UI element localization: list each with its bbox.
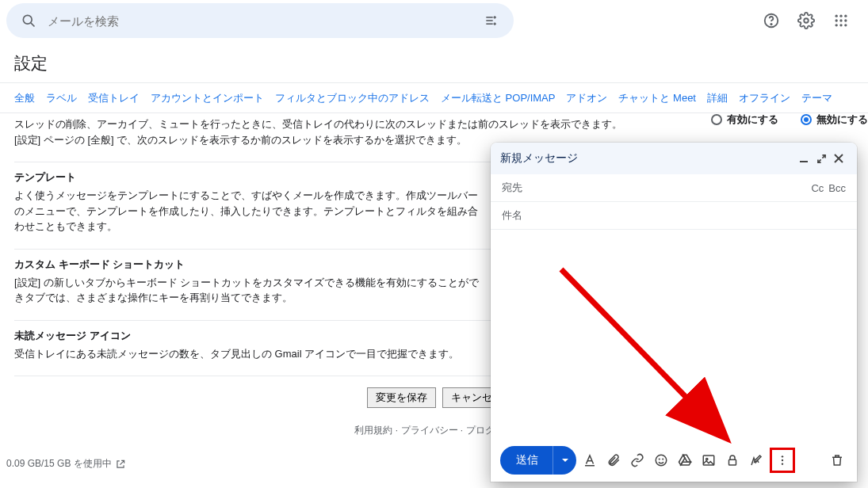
svg-point-11 <box>804 18 809 23</box>
attach-icon[interactable] <box>603 446 624 475</box>
subject-label: 件名 <box>502 208 522 223</box>
more-options-highlighted[interactable] <box>770 448 795 473</box>
send-options-button[interactable] <box>553 446 576 475</box>
svg-point-28 <box>663 459 663 459</box>
svg-point-27 <box>659 459 660 459</box>
compose-toolbar: 送信 <box>491 439 857 482</box>
footer-terms[interactable]: 利用規約 <box>354 425 392 436</box>
search-icon[interactable] <box>13 5 44 36</box>
emoji-icon[interactable] <box>651 446 671 475</box>
fullscreen-icon[interactable] <box>813 150 830 167</box>
bcc-link[interactable]: Bcc <box>828 182 846 194</box>
footer-privacy[interactable]: プライバシー <box>401 425 458 436</box>
search-input[interactable] <box>44 14 476 28</box>
compose-to-field[interactable]: 宛先 Cc Bcc <box>491 174 857 202</box>
compose-header[interactable]: 新規メッセージ <box>491 143 857 174</box>
compose-body[interactable] <box>491 230 857 439</box>
svg-rect-31 <box>729 459 736 465</box>
tab-addons[interactable]: アドオン <box>566 91 607 105</box>
minimize-icon[interactable] <box>795 150 813 167</box>
discard-icon[interactable] <box>827 446 847 475</box>
svg-point-34 <box>782 463 783 464</box>
apps-grid-icon[interactable] <box>825 5 857 36</box>
formatting-icon[interactable] <box>579 446 600 475</box>
shortcuts-desc: [設定] の新しいタブからキーボード ショートカットをカスタマイズできる機能を有… <box>14 275 482 306</box>
help-icon[interactable] <box>755 5 787 36</box>
svg-point-19 <box>839 24 842 26</box>
svg-point-32 <box>782 456 783 457</box>
svg-point-17 <box>844 19 847 21</box>
tab-themes[interactable]: テーマ <box>801 91 832 105</box>
page-title: 設定 <box>0 41 868 82</box>
tab-advanced[interactable]: 詳細 <box>707 91 728 105</box>
templates-desc: よく使うメッセージをテンプレートにすることで、すばやくメールを作成できます。作成… <box>14 188 482 234</box>
svg-point-14 <box>844 15 847 17</box>
svg-point-0 <box>23 15 32 24</box>
drive-icon[interactable] <box>675 446 695 475</box>
svg-point-30 <box>706 458 708 459</box>
gear-icon[interactable] <box>790 5 822 36</box>
tab-offline[interactable]: オフライン <box>739 91 790 105</box>
signature-icon[interactable] <box>746 446 767 475</box>
tab-labels[interactable]: ラベル <box>46 91 77 105</box>
compose-window: 新規メッセージ 宛先 Cc Bcc 件名 送信 <box>491 143 857 482</box>
close-icon[interactable] <box>830 150 847 167</box>
svg-point-20 <box>844 24 847 26</box>
search-options-icon[interactable] <box>476 5 507 36</box>
tab-forwarding[interactable]: メール転送と POP/IMAP <box>441 91 555 105</box>
tab-accounts[interactable]: アカウントとインポート <box>151 91 264 105</box>
unread-desc: 受信トレイにある未読メッセージの数を、タブ見出しの Gmail アイコンで一目で… <box>14 346 482 362</box>
svg-point-10 <box>770 24 771 25</box>
search-box[interactable] <box>6 3 514 38</box>
storage-text: 0.09 GB/15 GB を使用中 <box>6 457 112 471</box>
tab-inbox[interactable]: 受信トレイ <box>88 91 140 105</box>
svg-point-18 <box>835 24 838 26</box>
svg-line-1 <box>31 23 35 27</box>
svg-point-16 <box>839 19 842 21</box>
svg-point-26 <box>656 455 667 466</box>
settings-tabs: 全般 ラベル 受信トレイ アカウントとインポート フィルタとブロック中のアドレス… <box>0 83 868 113</box>
svg-point-13 <box>839 15 842 17</box>
tab-general[interactable]: 全般 <box>14 91 35 105</box>
compose-subject-field[interactable]: 件名 <box>491 202 857 230</box>
image-icon[interactable] <box>698 446 719 475</box>
link-icon[interactable] <box>627 446 648 475</box>
tab-chat[interactable]: チャットと Meet <box>618 91 696 105</box>
svg-point-15 <box>835 19 838 21</box>
svg-point-12 <box>835 15 838 17</box>
to-label: 宛先 <box>502 181 522 195</box>
save-changes-button[interactable]: 変更を保存 <box>367 387 436 408</box>
compose-title: 新規メッセージ <box>500 151 795 166</box>
confidential-icon[interactable] <box>722 446 743 475</box>
send-button[interactable]: 送信 <box>500 446 553 475</box>
cc-link[interactable]: Cc <box>811 182 824 194</box>
storage-usage[interactable]: 0.09 GB/15 GB を使用中 <box>6 457 126 471</box>
tab-filters[interactable]: フィルタとブロック中のアドレス <box>275 91 430 105</box>
svg-point-33 <box>782 459 783 461</box>
